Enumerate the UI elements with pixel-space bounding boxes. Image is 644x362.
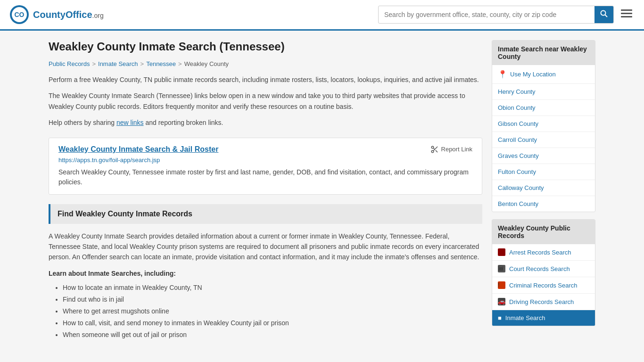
find-records-text: A Weakley County Inmate Search provides … <box>49 231 482 263</box>
hamburger-icon <box>621 9 632 18</box>
breadcrumb-public-records[interactable]: Public Records <box>49 60 90 67</box>
bullet-list: How to locate an inmate in Weakley Count… <box>49 282 482 341</box>
menu-button[interactable] <box>619 6 635 23</box>
description-1: Perform a free Weakley County, TN public… <box>49 74 482 85</box>
bullet-item: Where to get arrest mugshots online <box>63 305 482 317</box>
location-pin-icon: 📍 <box>498 70 507 79</box>
report-link-button[interactable]: Report Link <box>430 145 472 154</box>
new-links-link[interactable]: new links <box>116 119 144 126</box>
sidebar: Inmate Search near Weakley County 📍 Use … <box>492 40 595 341</box>
bullet-item: How to call, visit, and send money to in… <box>63 317 482 329</box>
sidebar-item-fulton-county[interactable]: Fulton County <box>492 164 595 180</box>
sidebar-item-arrest-records[interactable]: Arrest Records Search <box>492 244 595 261</box>
page-title: Weakley County Inmate Search (Tennessee) <box>49 40 482 53</box>
sidebar-item-benton-county[interactable]: Benton County <box>492 196 595 212</box>
court-icon: 🏛 <box>498 265 505 272</box>
svg-rect-6 <box>621 13 632 14</box>
svg-point-3 <box>601 11 606 16</box>
svg-point-8 <box>431 146 434 148</box>
criminal-icon: ! <box>498 281 505 289</box>
link-card-description: Search Weakley County, Tennessee inmate … <box>58 167 472 187</box>
driving-icon: 🚗 <box>498 298 505 305</box>
logo-text: CountyOffice.org <box>33 9 104 20</box>
sidebar-inmate-near-title: Inmate Search near Weakley County <box>492 41 595 65</box>
sidebar-item-henry-county[interactable]: Henry County <box>492 84 595 100</box>
sidebar-item-graves-county[interactable]: Graves County <box>492 148 595 164</box>
search-bar <box>378 6 614 24</box>
link-card-title[interactable]: Weakley County Inmate Search & Jail Rost… <box>58 145 218 154</box>
breadcrumb-sep-1: > <box>92 60 96 67</box>
breadcrumb-weakley-county: Weakley County <box>184 60 229 67</box>
content-area: Weakley County Inmate Search (Tennessee)… <box>49 40 482 341</box>
svg-line-4 <box>605 15 608 17</box>
breadcrumb: Public Records > Inmate Search > Tenness… <box>49 60 482 67</box>
main-container: Weakley County Inmate Search (Tennessee)… <box>39 31 605 351</box>
sidebar-item-gibson-county[interactable]: Gibson County <box>492 116 595 132</box>
description-3: Help others by sharing new links and rep… <box>49 117 482 128</box>
arrest-icon <box>498 248 505 256</box>
sidebar-item-obion-county[interactable]: Obion County <box>492 100 595 116</box>
svg-rect-7 <box>621 16 632 17</box>
svg-text:CO: CO <box>15 11 25 18</box>
breadcrumb-sep-2: > <box>140 60 144 67</box>
logo-icon: CO <box>9 5 29 25</box>
search-button[interactable] <box>594 6 613 23</box>
svg-rect-5 <box>621 9 632 11</box>
search-icon <box>600 10 608 17</box>
breadcrumb-tennessee[interactable]: Tennessee <box>146 60 176 67</box>
description-2: The Weakley County Inmate Search (Tennes… <box>49 90 482 112</box>
svg-point-9 <box>431 150 434 153</box>
bullet-item: Find out who is in jail <box>63 294 482 305</box>
sidebar-item-carroll-county[interactable]: Carroll County <box>492 132 595 148</box>
sidebar-item-criminal-records[interactable]: ! Criminal Records Search <box>492 277 595 294</box>
header-right <box>378 6 635 24</box>
bullet-item: How to locate an inmate in Weakley Count… <box>63 282 482 294</box>
logo-area: CO CountyOffice.org <box>9 5 104 25</box>
sidebar-public-records: Weakley County Public Records Arrest Rec… <box>492 219 595 326</box>
sidebar-public-records-title: Weakley County Public Records <box>492 220 595 244</box>
find-records-header: Find Weakley County Inmate Records <box>49 204 482 224</box>
find-records-section: Find Weakley County Inmate Records A Wea… <box>49 204 482 341</box>
site-header: CO CountyOffice.org <box>0 0 644 31</box>
breadcrumb-inmate-search[interactable]: Inmate Search <box>98 60 138 67</box>
link-card-header: Weakley County Inmate Search & Jail Rost… <box>58 145 472 154</box>
breadcrumb-sep-3: > <box>178 60 182 67</box>
link-card: Weakley County Inmate Search & Jail Rost… <box>49 138 482 195</box>
svg-line-11 <box>435 150 437 152</box>
use-my-location-link[interactable]: Use My Location <box>510 71 556 78</box>
sidebar-item-driving-records[interactable]: 🚗 Driving Records Search <box>492 294 595 310</box>
search-input[interactable] <box>379 7 594 22</box>
sidebar-inmate-near: Inmate Search near Weakley County 📍 Use … <box>492 40 595 212</box>
sidebar-item-inmate-search[interactable]: ■ Inmate Search <box>492 310 595 326</box>
sidebar-item-court-records[interactable]: 🏛 Court Records Search <box>492 261 595 277</box>
learn-title: Learn about Inmate Searches, including: <box>49 270 482 277</box>
bullet-item: When someone will get out of jail or pri… <box>63 329 482 341</box>
svg-line-12 <box>433 148 435 149</box>
inmate-search-icon: ■ <box>498 314 502 321</box>
use-my-location-item[interactable]: 📍 Use My Location <box>492 65 595 84</box>
link-card-url[interactable]: https://apps.tn.gov/foil-app/search.jsp <box>58 156 472 164</box>
scissors-icon <box>430 145 439 154</box>
sidebar-item-calloway-county[interactable]: Calloway County <box>492 180 595 196</box>
